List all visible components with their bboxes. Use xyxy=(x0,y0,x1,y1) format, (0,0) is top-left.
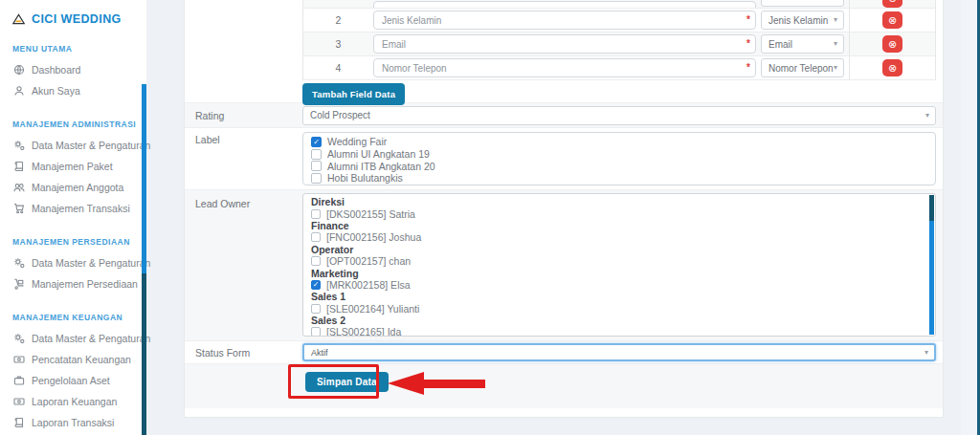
label-options-box: Wedding Fair Alumni UI Angkatan 19 Alumn… xyxy=(302,132,936,185)
lead-owner-box: Direksi [DKS002155] Satria Finance [FNC0… xyxy=(302,193,936,337)
lead-member: [SLE002164] Yulianti xyxy=(311,303,922,315)
lead-member: [OPT002157] chan xyxy=(311,255,922,267)
checkbox-elsa[interactable] xyxy=(311,280,321,290)
form-row-label: Label Wedding Fair Alumni UI Angkatan 19… xyxy=(185,128,943,190)
delete-field-button[interactable] xyxy=(882,59,902,76)
lead-group-name: Sales 1 xyxy=(311,291,922,302)
lead-member: [DKS002155] Satria xyxy=(311,207,922,219)
page-scrollbar-track[interactable] xyxy=(961,0,977,435)
checkbox-satria[interactable] xyxy=(311,209,321,219)
lead-group-name: Marketing xyxy=(311,267,922,278)
brand-title: CICI WEDDING xyxy=(32,12,122,26)
field-row: 4 * Nomor Telepon xyxy=(303,56,935,80)
sidebar-item-manajemen-persediaan[interactable]: Manajemen Persediaan xyxy=(12,273,142,294)
money-icon xyxy=(12,396,25,407)
brand-logo-icon xyxy=(12,12,25,26)
sidebar-item-label: Dashboard xyxy=(32,64,80,76)
sidebar-item-label: Manajemen Paket xyxy=(32,161,113,172)
sidebar-item-label: Data Master & Pengaturan xyxy=(32,257,150,269)
checkbox-hobi-bulutangkis[interactable] xyxy=(311,173,322,184)
sidebar-scrollbar-thumb[interactable] xyxy=(142,273,146,435)
delete-field-button[interactable] xyxy=(882,11,902,29)
section-heading: MANAJEMEN KEUANGAN xyxy=(12,313,142,322)
briefcase-icon xyxy=(12,375,25,386)
checkbox-joshua[interactable] xyxy=(311,232,321,242)
field-type-select[interactable]: Jenis Kelamin xyxy=(761,11,844,30)
checkbox-yulianti[interactable] xyxy=(311,304,321,314)
sidebar-scrollbar[interactable] xyxy=(142,0,146,435)
book-icon xyxy=(12,161,25,172)
sidebar-item-label: Manajemen Transaksi xyxy=(32,203,130,214)
sidebar-item-data-master-keuangan[interactable]: Data Master & Pengaturan xyxy=(12,328,142,349)
lead-group-name: Direksi xyxy=(311,196,922,207)
checkbox-chan[interactable] xyxy=(311,256,321,266)
book-icon xyxy=(12,417,25,428)
rating-label: Rating xyxy=(185,110,302,121)
checkbox-ida[interactable] xyxy=(311,327,321,337)
status-form-select[interactable]: Aktif xyxy=(302,343,936,361)
field-row-number: 4 xyxy=(303,62,373,74)
field-row-partial xyxy=(303,0,935,9)
field-name-input[interactable] xyxy=(373,1,756,10)
label-label: Label xyxy=(185,128,302,189)
required-asterisk: * xyxy=(746,38,750,49)
sidebar-item-akun-saya[interactable]: Akun Saya xyxy=(12,80,142,101)
sidebar-item-label: Data Master & Pengaturan xyxy=(32,140,150,151)
delete-field-button[interactable] xyxy=(882,35,902,53)
sidebar-item-label: Pencatatan Keuangan xyxy=(32,354,131,365)
sidebar-item-manajemen-anggota[interactable]: Manajemen Anggota xyxy=(12,177,142,198)
sidebar-item-data-master-administrasi[interactable]: Data Master & Pengaturan xyxy=(12,135,142,156)
checkbox-wedding-fair[interactable] xyxy=(311,137,322,147)
add-field-button[interactable]: Tambah Field Data xyxy=(302,83,405,105)
checkbox-alumni-itb[interactable] xyxy=(311,161,322,171)
form-row-save: Simpan Data xyxy=(185,364,943,408)
field-name-input[interactable] xyxy=(373,11,756,30)
sidebar-item-laporan-keuangan[interactable]: Laporan Keuangan xyxy=(12,391,142,412)
field-type-select[interactable]: Nomor Telepon xyxy=(761,58,844,77)
sidebar-item-pencatatan-keuangan[interactable]: Pencatatan Keuangan xyxy=(12,349,142,370)
required-asterisk: * xyxy=(746,14,750,25)
section-heading: MANAJEMEN PERSEDIAAN xyxy=(12,237,142,247)
sidebar-section-menu-utama: MENU UTAMA Dashboard Akun Saya xyxy=(0,44,142,101)
field-type-select[interactable] xyxy=(761,0,844,7)
lead-owner-scrollbar-track[interactable] xyxy=(929,195,934,335)
gears-icon xyxy=(12,257,25,269)
lead-member: [SLS002165] Ida xyxy=(311,326,922,337)
sidebar-item-data-master-persediaan[interactable]: Data Master & Pengaturan xyxy=(12,252,142,273)
label-option: Hobi Bulutangkis xyxy=(311,172,927,185)
checkbox-alumni-ui[interactable] xyxy=(311,149,322,160)
field-name-input[interactable] xyxy=(373,58,756,77)
brand[interactable]: CICI WEDDING xyxy=(0,0,142,26)
rating-select[interactable]: Cold Prospect xyxy=(302,106,936,125)
delete-field-button[interactable] xyxy=(882,0,902,8)
sidebar-item-label: Akun Saya xyxy=(32,85,80,97)
lead-group-name: Finance xyxy=(311,220,922,231)
field-name-input[interactable] xyxy=(373,34,756,54)
gears-icon xyxy=(12,333,25,344)
field-row: 3 * Email xyxy=(303,33,935,56)
sidebar-item-manajemen-paket[interactable]: Manajemen Paket xyxy=(12,156,142,177)
sidebar-item-manajemen-transaksi[interactable]: Manajemen Transaksi xyxy=(12,198,142,219)
money-icon xyxy=(12,354,25,365)
lead-group-name: Operator xyxy=(311,244,922,255)
sidebar-item-label: Data Master & Pengaturan xyxy=(32,333,150,344)
users-icon xyxy=(12,182,25,193)
sidebar-item-laporan-transaksi[interactable]: Laporan Transaksi xyxy=(12,412,142,433)
sidebar-item-dashboard[interactable]: Dashboard xyxy=(12,59,142,80)
gears-icon xyxy=(12,140,25,151)
lead-owner-scrollbar-thumb[interactable] xyxy=(929,195,934,221)
dolly-icon xyxy=(12,278,25,290)
form-row-lead-owner: Lead Owner Direksi [DKS002155] Satria Fi… xyxy=(185,190,943,341)
required-asterisk: * xyxy=(746,62,750,73)
form-row-rating: Rating Cold Prospect xyxy=(185,103,943,128)
label-option: Wedding Fair xyxy=(311,136,927,148)
sidebar-item-label: Manajemen Anggota xyxy=(32,182,123,193)
field-type-select[interactable]: Email xyxy=(761,34,844,54)
sidebar-item-label: Laporan Keuangan xyxy=(32,396,117,407)
field-row-number: 3 xyxy=(303,38,373,50)
user-icon xyxy=(12,85,25,97)
save-button[interactable]: Simpan Data xyxy=(305,372,389,392)
sidebar-item-label: Manajemen Persediaan xyxy=(32,278,138,290)
sidebar-item-pengelolaan-aset[interactable]: Pengelolaan Aset xyxy=(12,370,142,391)
lead-owner-label: Lead Owner xyxy=(185,190,302,340)
